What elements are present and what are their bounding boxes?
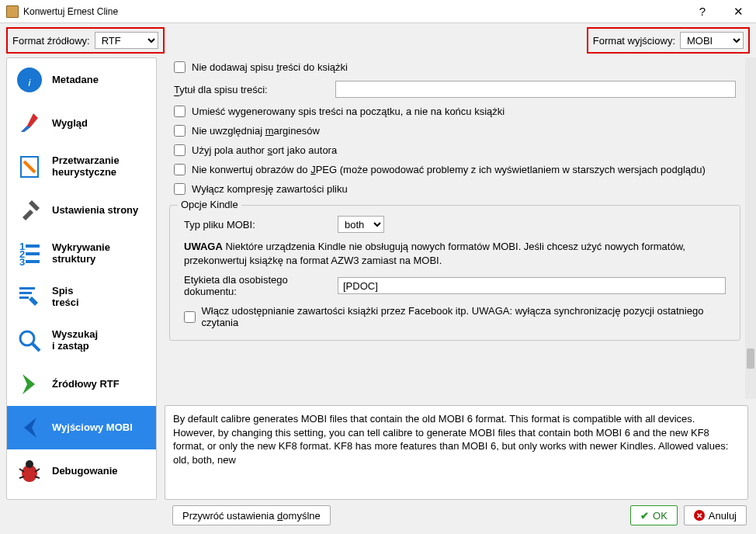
kindle-group-title: Opcje Kindle bbox=[178, 199, 241, 210]
sidebar-item-label: Ustawienia strony bbox=[52, 205, 138, 217]
content-pane: Nie dodawaj spisu treści do książki Tytu… bbox=[157, 57, 756, 500]
svg-rect-10 bbox=[19, 287, 35, 290]
kindle-group: Opcje Kindle Typ pliku MOBI: both UWAGA … bbox=[169, 205, 740, 341]
svg-rect-12 bbox=[19, 296, 29, 299]
hand-list-icon bbox=[15, 283, 44, 312]
disable-compress-checkbox[interactable] bbox=[174, 183, 186, 195]
toc-start-checkbox[interactable] bbox=[174, 106, 186, 117]
app-icon bbox=[6, 5, 19, 18]
sidebar-item-metadata[interactable]: i Metadane bbox=[7, 58, 156, 102]
restore-defaults-button[interactable]: Przywróć ustawienia domyślne bbox=[172, 505, 331, 525]
sidebar-item-label: Wygląd bbox=[52, 118, 88, 130]
sidebar-item-label: Wyjściowy MOBI bbox=[52, 422, 133, 434]
help-button[interactable]: ? bbox=[685, 0, 720, 23]
author-sort-label: Użyj pola author sort jako autora bbox=[192, 144, 337, 156]
sidebar-item-label: Metadane bbox=[52, 75, 99, 86]
source-format-box: Format źródłowy: RTF bbox=[6, 27, 165, 54]
output-format-box: Format wyjściowy: MOBI bbox=[587, 27, 750, 54]
no-toc-label: Nie dodawaj spisu treści do książki bbox=[192, 61, 348, 73]
toc-title-input[interactable] bbox=[335, 81, 736, 98]
ok-button[interactable]: ✔ OK bbox=[630, 505, 678, 525]
sidebar-item-source[interactable]: Źródłowy RTF bbox=[7, 362, 156, 406]
search-icon bbox=[15, 326, 44, 355]
svg-rect-8 bbox=[26, 252, 40, 255]
sidebar-item-label: Debugowanie bbox=[52, 466, 118, 477]
fb-share-checkbox[interactable] bbox=[184, 311, 196, 323]
svg-line-3 bbox=[24, 161, 35, 172]
sidebar-item-toc[interactable]: Spis treści bbox=[7, 276, 156, 319]
ruler-icon bbox=[15, 152, 44, 182]
bug-icon bbox=[15, 456, 44, 486]
help-text: By default calibre generates MOBI files … bbox=[165, 405, 748, 500]
toc-title-label: Tytuł dla spisu treści: bbox=[174, 84, 329, 95]
sidebar: i Metadane Wygląd Przetwarzanie heurysty… bbox=[6, 57, 157, 500]
sidebar-item-label: Wykrywanie struktury bbox=[52, 242, 148, 265]
source-format-label: Format źródłowy: bbox=[12, 35, 90, 47]
sidebar-item-heuristic[interactable]: Przetwarzanie heurystyczne bbox=[7, 145, 156, 189]
scrollbar[interactable] bbox=[745, 57, 756, 399]
svg-rect-11 bbox=[19, 292, 32, 294]
brush-icon bbox=[15, 109, 44, 138]
close-button[interactable]: ✕ bbox=[720, 0, 756, 23]
ignore-margins-label: Nie uwzględniaj marginesów bbox=[192, 125, 320, 137]
sidebar-item-search[interactable]: Wyszukaj i zastąp bbox=[7, 319, 156, 362]
cancel-icon: ✕ bbox=[694, 510, 705, 521]
pdoc-input[interactable] bbox=[338, 277, 726, 294]
sidebar-item-label: Przetwarzanie heurystyczne bbox=[52, 155, 148, 179]
sidebar-item-look[interactable]: Wygląd bbox=[7, 102, 156, 145]
format-bar: Format źródłowy: RTF Format wyjściowy: M… bbox=[0, 23, 756, 57]
titlebar: Konwertuj Ernest Cline ? ✕ bbox=[0, 0, 756, 23]
source-format-select[interactable]: RTF bbox=[95, 32, 158, 49]
footer: Przywróć ustawienia domyślne ✔ OK ✕ Anul… bbox=[0, 500, 756, 531]
sidebar-item-output[interactable]: Wyjściowy MOBI bbox=[7, 406, 156, 449]
tools-icon bbox=[15, 196, 44, 225]
sidebar-item-label: Spis treści bbox=[52, 286, 79, 309]
no-toc-checkbox[interactable] bbox=[174, 61, 186, 73]
svg-line-14 bbox=[32, 343, 40, 351]
svg-text:3: 3 bbox=[19, 256, 25, 267]
sidebar-item-label: Wyszukaj i zastąp bbox=[52, 329, 98, 352]
info-icon: i bbox=[15, 65, 44, 95]
sidebar-item-debug[interactable]: Debugowanie bbox=[7, 449, 156, 493]
author-sort-checkbox[interactable] bbox=[174, 144, 186, 156]
window-title: Konwertuj Ernest Cline bbox=[23, 6, 685, 17]
pdoc-label: Etykieta dla osobistego dokumentu: bbox=[184, 274, 331, 297]
disable-compress-label: Wyłącz kompresję zawartości pliku bbox=[192, 183, 348, 195]
ignore-margins-checkbox[interactable] bbox=[174, 125, 186, 137]
check-icon: ✔ bbox=[640, 510, 649, 522]
svg-rect-7 bbox=[26, 244, 40, 248]
no-jpeg-checkbox[interactable] bbox=[174, 164, 186, 175]
list-numbered-icon: 123 bbox=[15, 239, 44, 269]
chevron-left-icon bbox=[15, 413, 44, 442]
output-format-label: Format wyjściowy: bbox=[593, 35, 675, 47]
chevron-right-icon bbox=[15, 369, 44, 399]
kindle-warning: UWAGA Niektóre urządzenia Kindle nie obs… bbox=[175, 237, 735, 270]
output-format-select[interactable]: MOBI bbox=[680, 32, 744, 49]
sidebar-item-page[interactable]: Ustawienia strony bbox=[7, 189, 156, 232]
mobi-type-select[interactable]: both bbox=[338, 216, 384, 233]
svg-rect-9 bbox=[26, 260, 40, 263]
sidebar-item-label: Źródłowy RTF bbox=[52, 379, 120, 390]
mobi-type-label: Typ pliku MOBI: bbox=[184, 219, 331, 231]
no-jpeg-label: Nie konwertuj obrazów do JPEG (może powo… bbox=[192, 164, 706, 175]
sidebar-item-structure[interactable]: 123 Wykrywanie struktury bbox=[7, 232, 156, 276]
svg-point-16 bbox=[26, 460, 33, 468]
toc-start-label: Umieść wygenerowany spis treści na począ… bbox=[192, 106, 505, 117]
scrollbar-thumb[interactable] bbox=[747, 348, 754, 369]
fb-share-label: Włącz udostępnianie zawartości książki p… bbox=[202, 305, 726, 328]
cancel-button[interactable]: ✕ Anuluj bbox=[684, 505, 747, 525]
